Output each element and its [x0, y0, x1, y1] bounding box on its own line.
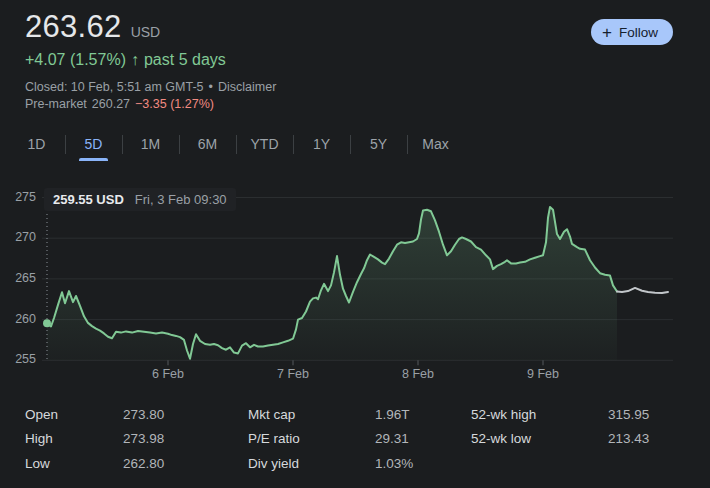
stat-52wk-high: 52-wk high 315.95	[471, 402, 649, 427]
y-axis-label: 270	[0, 230, 36, 244]
market-status: Closed: 10 Feb, 5:51 am GMT-5	[25, 80, 204, 94]
stat-high: High 273.98	[25, 427, 164, 452]
tab-5y[interactable]: 5Y	[350, 131, 407, 160]
bullet-separator: •	[209, 80, 213, 94]
stat-value: 315.95	[608, 407, 649, 422]
market-status-row: Closed: 10 Feb, 5:51 am GMT-5 • Disclaim…	[25, 80, 276, 94]
stat-open: Open 273.80	[25, 402, 164, 427]
stat-low: Low 262.80	[25, 451, 164, 476]
arrow-up-icon: ↑	[131, 51, 139, 69]
x-axis-label: 8 Feb	[388, 367, 448, 381]
follow-button-label: Follow	[619, 25, 658, 40]
premarket-change: −3.35 (1.27%)	[135, 97, 214, 111]
y-axis-label: 275	[0, 190, 36, 204]
stats-column-1: Open 273.80 High 273.98 Low 262.80	[25, 402, 164, 476]
stat-label: High	[25, 431, 123, 446]
stat-label: Div yield	[248, 456, 375, 471]
stat-div-yield: Div yield 1.03%	[248, 451, 413, 476]
stats-column-3: 52-wk high 315.95 52-wk low 213.43	[471, 402, 649, 451]
stat-label: 52-wk high	[471, 407, 608, 422]
follow-button[interactable]: + Follow	[591, 19, 673, 45]
y-axis-label: 260	[0, 312, 36, 326]
stat-52wk-low: 52-wk low 213.43	[471, 427, 649, 452]
x-axis-label: 7 Feb	[263, 367, 323, 381]
stat-label: Mkt cap	[248, 407, 375, 422]
stat-value: 213.43	[608, 431, 649, 446]
premarket-price: 260.27	[92, 97, 130, 111]
stat-label: Open	[25, 407, 123, 422]
stat-label: P/E ratio	[248, 431, 375, 446]
stock-quote-card: 263.62 USD + Follow +4.07 (1.57%) ↑ past…	[0, 0, 710, 488]
stats-column-2: Mkt cap 1.96T P/E ratio 29.31 Div yield …	[248, 402, 413, 476]
price-change-row: +4.07 (1.57%) ↑ past 5 days	[25, 51, 226, 69]
y-axis-label: 265	[0, 271, 36, 285]
tab-1d[interactable]: 1D	[8, 131, 65, 160]
change-period: past 5 days	[144, 51, 226, 69]
tab-max[interactable]: Max	[407, 131, 464, 160]
tab-5d[interactable]: 5D	[65, 131, 122, 160]
stat-label: 52-wk low	[471, 431, 608, 446]
tab-1m[interactable]: 1M	[122, 131, 179, 160]
x-axis-label: 6 Feb	[138, 367, 198, 381]
stat-mkt-cap: Mkt cap 1.96T	[248, 402, 413, 427]
stat-value: 273.80	[123, 407, 164, 422]
disclaimer-link[interactable]: Disclaimer	[218, 80, 276, 94]
stat-label: Low	[25, 456, 123, 471]
stat-value: 273.98	[123, 431, 164, 446]
stat-value: 1.03%	[375, 456, 413, 471]
plus-icon: +	[602, 24, 612, 41]
stat-value: 29.31	[375, 431, 409, 446]
y-axis-label: 255	[0, 352, 36, 366]
currency-label: USD	[131, 24, 161, 40]
change-value: +4.07 (1.57%)	[25, 51, 126, 69]
current-price: 263.62	[25, 9, 122, 45]
stat-value: 1.96T	[375, 407, 410, 422]
tooltip-price: 259.55 USD	[53, 192, 124, 207]
price-header: 263.62 USD	[25, 9, 160, 45]
tooltip-time: Fri, 3 Feb 09:30	[135, 192, 227, 207]
stat-value: 262.80	[123, 456, 164, 471]
tab-1y[interactable]: 1Y	[293, 131, 350, 160]
stat-pe-ratio: P/E ratio 29.31	[248, 427, 413, 452]
chart-tooltip: 259.55 USD Fri, 3 Feb 09:30	[44, 188, 236, 211]
time-range-tabs: 1D 5D 1M 6M YTD 1Y 5Y Max	[8, 131, 464, 160]
premarket-row: Pre-market 260.27 −3.35 (1.27%)	[25, 97, 214, 111]
tab-6m[interactable]: 6M	[179, 131, 236, 160]
x-axis-label: 9 Feb	[513, 367, 573, 381]
premarket-label: Pre-market	[25, 97, 87, 111]
chart-plot-area[interactable]	[40, 190, 676, 366]
tab-ytd[interactable]: YTD	[236, 131, 293, 160]
